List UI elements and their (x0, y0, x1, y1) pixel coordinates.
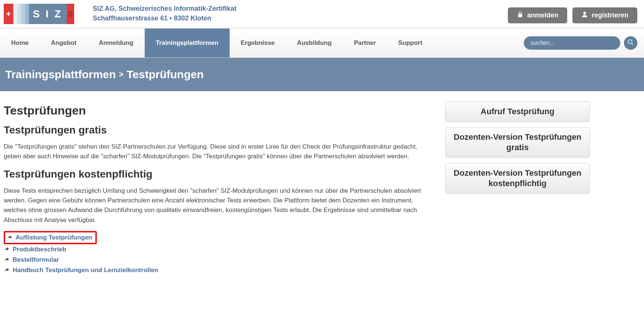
company-address: Schaffhauserstrasse 61 • 8302 Kloten (93, 13, 508, 23)
nav-trainingsplattformen[interactable]: Trainingsplattformen (145, 29, 230, 57)
section2-body: Diese Tests entsprechen bezüglich Umfang… (4, 186, 430, 225)
arrow-share-icon (4, 257, 10, 263)
lock-icon (517, 11, 523, 20)
section1-body: Die "Testprüfungen gratis" stehen den SI… (4, 142, 430, 162)
breadcrumb-level1[interactable]: Trainingsplattformen (5, 68, 116, 81)
section1-title: Testprüfungen gratis (4, 124, 430, 136)
register-button-label: registrieren (592, 11, 628, 19)
nav-ergebnisse[interactable]: Ergebnisse (230, 29, 286, 57)
link-bestellformular[interactable]: Bestellformular (4, 255, 430, 265)
link-label[interactable]: Produktbeschrieb (13, 246, 66, 253)
arrow-share-icon (4, 247, 10, 252)
company-name: SIZ AG, Schweizerisches Informatik-Zerti… (93, 4, 508, 13)
arrow-share-icon (4, 267, 10, 273)
nav-anmeldung[interactable]: Anmeldung (88, 29, 145, 57)
link-handbuch[interactable]: Handbuch Testprüfungen und Lernzielkontr… (4, 265, 430, 275)
nav-ausbildung[interactable]: Ausbildung (286, 29, 342, 57)
register-button[interactable]: registrieren (572, 7, 637, 23)
search-icon (627, 39, 634, 47)
breadcrumb-banner: Trainingsplattformen > Testprüfungen (0, 58, 644, 91)
sidebar-item-dozenten-gratis[interactable]: Dozenten-Version Testprüfungen gratis (445, 127, 590, 158)
logo-text: SIZ (33, 8, 67, 20)
section2-title: Testprüfungen kostenpflichtig (4, 168, 430, 180)
nav-home[interactable]: Home (0, 29, 40, 57)
login-button[interactable]: anmelden (508, 7, 567, 23)
sidebar-item-aufruf[interactable]: Aufruf Testprüfung (445, 102, 590, 122)
breadcrumb-level2[interactable]: Testprüfungen (126, 68, 204, 81)
link-auflistung[interactable]: Auflistung Testprüfungen (4, 231, 97, 244)
link-label[interactable]: Bestellformular (13, 256, 59, 264)
search-input[interactable] (524, 36, 620, 50)
site-logo[interactable]: + SIZ (4, 4, 74, 24)
nav-angebot[interactable]: Angebot (40, 29, 88, 57)
page-title: Testprüfungen (4, 104, 430, 118)
search-button[interactable] (624, 36, 637, 50)
breadcrumb-separator: > (116, 70, 126, 79)
link-produktbeschrieb[interactable]: Produktbeschrieb (4, 244, 430, 255)
user-icon (581, 11, 588, 20)
arrow-share-icon (7, 235, 13, 241)
link-label[interactable]: Handbuch Testprüfungen und Lernzielkontr… (13, 267, 158, 274)
main-nav: Home Angebot Anmeldung Trainingsplattfor… (0, 29, 434, 57)
nav-partner[interactable]: Partner (343, 29, 387, 57)
sidebar-item-dozenten-kosten[interactable]: Dozenten-Version Testprüfungen kostenpfl… (445, 163, 590, 194)
company-info: SIZ AG, Schweizerisches Informatik-Zerti… (93, 4, 508, 23)
login-button-label: anmelden (527, 11, 558, 19)
link-label[interactable]: Auflistung Testprüfungen (16, 234, 92, 241)
nav-support[interactable]: Support (387, 29, 433, 57)
